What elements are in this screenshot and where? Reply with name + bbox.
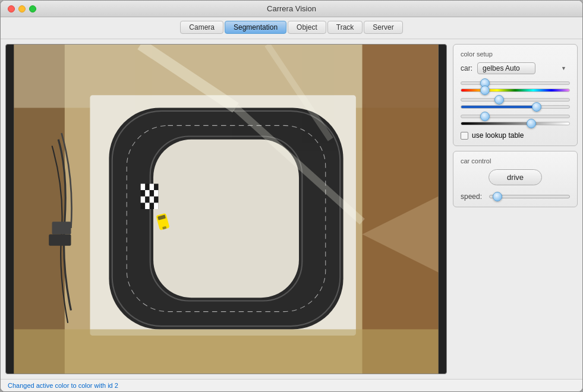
main-window: Carrera Vision Camera Segmentation Objec… bbox=[0, 0, 583, 392]
tab-track[interactable]: Track bbox=[327, 21, 363, 34]
tab-server[interactable]: Server bbox=[364, 21, 402, 34]
speed-slider[interactable] bbox=[489, 195, 570, 198]
traffic-lights bbox=[8, 5, 36, 12]
slider-group-val bbox=[461, 115, 570, 125]
speed-label: speed: bbox=[461, 192, 484, 201]
right-panel: color setup car: gelbes Auto rotes Auto … bbox=[453, 44, 578, 374]
car-label: car: bbox=[461, 64, 472, 72]
car-control-panel: car control drive speed: bbox=[453, 151, 578, 207]
car-select-wrapper[interactable]: gelbes Auto rotes Auto blaues Auto bbox=[477, 62, 570, 74]
svg-rect-13 bbox=[150, 184, 154, 190]
color-setup-label: color setup bbox=[461, 50, 570, 58]
svg-rect-14 bbox=[145, 190, 149, 197]
slider-sat-min[interactable] bbox=[461, 98, 570, 102]
svg-rect-27 bbox=[49, 235, 71, 246]
tab-segmentation[interactable]: Segmentation bbox=[225, 21, 286, 34]
svg-rect-16 bbox=[141, 197, 145, 203]
svg-rect-12 bbox=[141, 184, 145, 190]
camera-view bbox=[5, 44, 447, 374]
svg-rect-7 bbox=[153, 140, 299, 298]
speed-row: speed: bbox=[461, 192, 570, 201]
slider-group-sat bbox=[461, 98, 570, 109]
use-lookup-label: use lookup table bbox=[472, 131, 524, 140]
use-lookup-row: use lookup table bbox=[461, 131, 570, 140]
color-setup-panel: color setup car: gelbes Auto rotes Auto … bbox=[453, 44, 578, 146]
tab-camera[interactable]: Camera bbox=[180, 21, 223, 34]
svg-rect-15 bbox=[154, 190, 158, 197]
svg-rect-19 bbox=[154, 203, 158, 209]
minimize-button[interactable] bbox=[18, 5, 26, 12]
tab-bar: Camera Segmentation Object Track Server bbox=[1, 17, 582, 39]
status-bar: Changed active color to color with id 2 bbox=[1, 379, 582, 391]
car-select[interactable]: gelbes Auto rotes Auto blaues Auto bbox=[477, 62, 535, 74]
main-area: color setup car: gelbes Auto rotes Auto … bbox=[1, 39, 582, 379]
tab-object[interactable]: Object bbox=[288, 21, 326, 34]
svg-rect-28 bbox=[14, 329, 439, 374]
window-title: Carrera Vision bbox=[267, 4, 316, 13]
status-message: Changed active color to color with id 2 bbox=[8, 382, 118, 389]
svg-rect-17 bbox=[150, 197, 154, 203]
drive-button[interactable]: drive bbox=[489, 169, 542, 185]
close-button[interactable] bbox=[8, 5, 15, 12]
titlebar: Carrera Vision bbox=[1, 1, 582, 17]
slider-val-range[interactable] bbox=[461, 122, 570, 125]
svg-rect-18 bbox=[145, 203, 149, 209]
maximize-button[interactable] bbox=[29, 5, 36, 12]
car-row: car: gelbes Auto rotes Auto blaues Auto bbox=[461, 62, 570, 74]
slider-hue[interactable] bbox=[461, 81, 570, 85]
slider-val-min[interactable] bbox=[461, 115, 570, 118]
slider-group-hue bbox=[461, 81, 570, 92]
slider-sat-range[interactable] bbox=[461, 105, 570, 109]
slider-hue-range[interactable] bbox=[461, 88, 570, 92]
use-lookup-checkbox[interactable] bbox=[461, 132, 468, 140]
svg-rect-26 bbox=[52, 222, 71, 234]
car-control-label: car control bbox=[461, 157, 570, 165]
